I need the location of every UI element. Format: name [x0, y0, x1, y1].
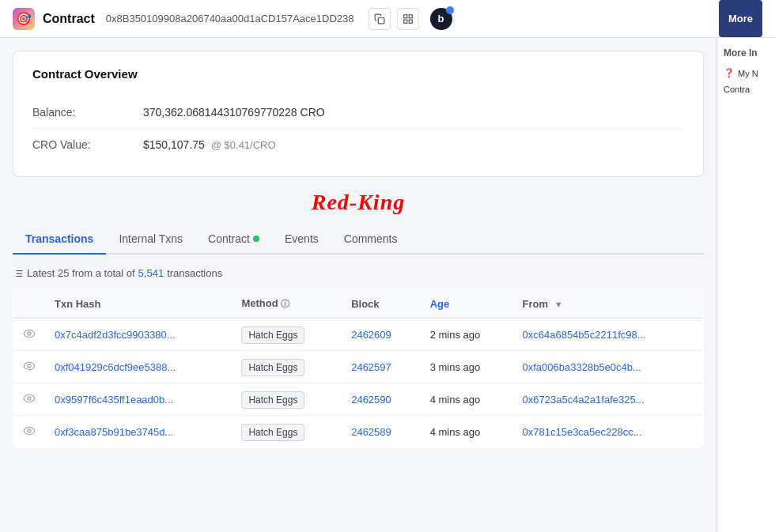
- method-badge: Hatch Eggs: [241, 391, 304, 409]
- overview-title: Contract Overview: [32, 67, 684, 81]
- tab-comments[interactable]: Comments: [331, 224, 410, 255]
- from-filter-icon[interactable]: ▼: [554, 300, 563, 309]
- txn-hash-link[interactable]: 0xf041929c6dcf9ee5388...: [55, 361, 176, 373]
- from-link[interactable]: 0xfa006ba3328b5e0c4b...: [523, 361, 641, 373]
- balance-value: 370,362.068144310769770228 CRO: [143, 106, 325, 119]
- from-link[interactable]: 0xc64a6854b5c2211fc98...: [523, 329, 646, 341]
- main-layout: Contract Overview Balance: 370,362.06814…: [0, 38, 775, 532]
- eye-cell[interactable]: [13, 416, 46, 448]
- method-badge: Hatch Eggs: [241, 424, 304, 441]
- header-bar: 🎯 Contract 0x8B350109908a206740aa00d1aCD…: [0, 0, 775, 38]
- eye-icon[interactable]: [23, 328, 36, 341]
- method-cell: Hatch Eggs: [232, 351, 342, 383]
- block-cell: 2462597: [342, 351, 421, 383]
- svg-point-12: [28, 332, 31, 335]
- method-badge: Hatch Eggs: [241, 359, 304, 376]
- txn-hash-link[interactable]: 0x9597f6c435ff1eaad0b...: [55, 394, 173, 406]
- transaction-table: Txn Hash Method ⓘ Block Age From ▼: [13, 289, 704, 448]
- header-icon-group: b: [369, 8, 452, 30]
- right-panel-item-1: ❓ My N: [724, 68, 769, 78]
- watermark-text: Red-King: [13, 190, 704, 215]
- eye-icon[interactable]: [23, 393, 36, 406]
- block-link[interactable]: 2462597: [351, 361, 391, 373]
- tab-contract[interactable]: Contract: [195, 224, 272, 255]
- cro-value-label: CRO Value:: [32, 138, 143, 151]
- col-age: Age: [421, 289, 513, 319]
- balance-label: Balance:: [32, 106, 143, 119]
- block-cell: 2462609: [342, 319, 421, 351]
- block-link[interactable]: 2462589: [351, 426, 391, 438]
- from-link[interactable]: 0x6723a5c4a2a1fafe325...: [523, 394, 645, 406]
- tabs-bar: Transactions Internal Txns Contract Even…: [13, 224, 704, 255]
- txn-hash-cell: 0xf3caa875b91be3745d...: [45, 416, 232, 448]
- svg-point-11: [24, 330, 34, 337]
- svg-point-18: [28, 429, 31, 432]
- svg-rect-1: [403, 14, 406, 17]
- age-text: 2 mins ago: [430, 329, 481, 341]
- col-txn-hash: Txn Hash: [45, 289, 232, 319]
- left-content: Contract Overview Balance: 370,362.06814…: [0, 38, 716, 532]
- col-from: From ▼: [513, 289, 704, 319]
- method-cell: Hatch Eggs: [232, 383, 342, 416]
- method-cell: Hatch Eggs: [232, 319, 342, 351]
- age-text: 4 mins ago: [430, 394, 481, 406]
- right-panel-header: More In: [724, 47, 769, 58]
- cro-value-row: CRO Value: $150,107.75 @ $0.41/CRO: [32, 129, 684, 160]
- txn-hash-cell: 0xf041929c6dcf9ee5388...: [45, 351, 232, 383]
- age-cell: 4 mins ago: [421, 383, 513, 416]
- more-panel[interactable]: More: [719, 0, 762, 37]
- tab-internal-txns[interactable]: Internal Txns: [106, 224, 195, 255]
- svg-point-13: [24, 362, 34, 369]
- block-link[interactable]: 2462590: [351, 394, 391, 406]
- from-cell: 0x781c15e3ca5ec228cc...: [513, 416, 704, 448]
- verified-dot: [253, 236, 259, 242]
- overview-card: Contract Overview Balance: 370,362.06814…: [13, 51, 704, 177]
- total-count: 5,541: [138, 267, 164, 279]
- txn-hash-cell: 0x9597f6c435ff1eaad0b...: [45, 383, 232, 416]
- table-header-row: Txn Hash Method ⓘ Block Age From ▼: [13, 289, 704, 319]
- svg-point-14: [28, 364, 31, 368]
- b-badge[interactable]: b: [430, 8, 452, 30]
- from-cell: 0xc64a6854b5c2211fc98...: [513, 319, 704, 351]
- txn-hash-link[interactable]: 0xf3caa875b91be3745d...: [55, 426, 173, 438]
- method-cell: Hatch Eggs: [232, 416, 342, 448]
- svg-point-17: [24, 427, 34, 434]
- svg-rect-4: [409, 20, 412, 23]
- eye-cell[interactable]: [13, 351, 46, 383]
- col-eye: [13, 289, 46, 319]
- svg-point-16: [28, 397, 31, 400]
- filter-icon: [13, 268, 24, 279]
- tab-transactions[interactable]: Transactions: [13, 224, 106, 255]
- age-cell: 4 mins ago: [421, 416, 513, 448]
- eye-icon[interactable]: [23, 360, 36, 373]
- age-text: 3 mins ago: [430, 361, 481, 373]
- from-cell: 0xfa006ba3328b5e0c4b...: [513, 351, 704, 383]
- help-icon: ❓: [724, 68, 735, 78]
- age-cell: 2 mins ago: [421, 319, 513, 351]
- svg-point-15: [24, 394, 34, 402]
- block-link[interactable]: 2462609: [351, 329, 391, 341]
- table-row: 0xf041929c6dcf9ee5388... Hatch Eggs 2462…: [13, 351, 704, 383]
- col-method: Method ⓘ: [232, 289, 342, 319]
- table-row: 0x9597f6c435ff1eaad0b... Hatch Eggs 2462…: [13, 383, 704, 416]
- svg-rect-0: [378, 17, 384, 24]
- method-badge: Hatch Eggs: [241, 326, 304, 344]
- from-cell: 0x6723a5c4a2a1fafe325...: [513, 383, 704, 416]
- age-text: 4 mins ago: [430, 426, 481, 438]
- svg-rect-2: [409, 14, 412, 17]
- txn-hash-link[interactable]: 0x7c4adf2d3fcc9903380...: [55, 329, 176, 341]
- grid-button[interactable]: [397, 8, 419, 30]
- method-info-icon[interactable]: ⓘ: [281, 299, 289, 308]
- tab-events[interactable]: Events: [272, 224, 331, 255]
- col-block: Block: [342, 289, 421, 319]
- cro-price: @ $0.41/CRO: [211, 139, 276, 151]
- eye-cell[interactable]: [13, 319, 46, 351]
- age-cell: 3 mins ago: [421, 351, 513, 383]
- app-logo: 🎯: [13, 8, 35, 30]
- eye-cell[interactable]: [13, 383, 46, 416]
- from-link[interactable]: 0x781c15e3ca5ec228cc...: [523, 426, 642, 438]
- copy-button[interactable]: [369, 8, 391, 30]
- cro-value-value: $150,107.75 @ $0.41/CRO: [143, 138, 276, 151]
- txn-hash-cell: 0x7c4adf2d3fcc9903380...: [45, 319, 232, 351]
- eye-icon[interactable]: [23, 425, 36, 438]
